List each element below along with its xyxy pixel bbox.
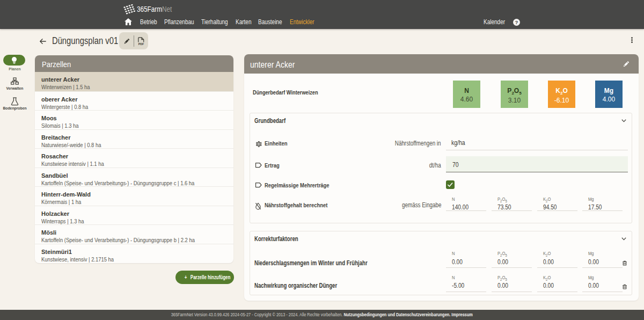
svg-text:PDF: PDF xyxy=(138,42,144,45)
